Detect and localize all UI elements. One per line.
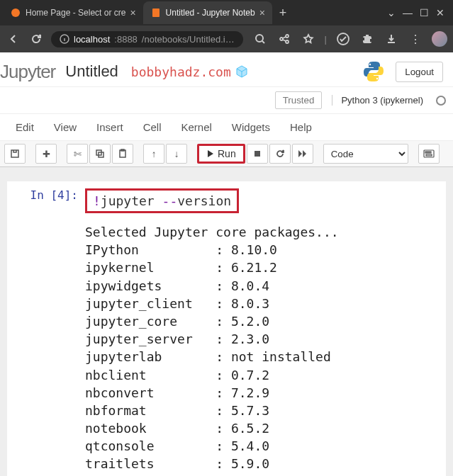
code-input[interactable]: !jupyter --version [85,188,239,213]
svg-rect-1 [152,8,160,17]
jupyter-header: Jupyter Untitled bobbyhadz.com Logout [0,52,453,87]
interrupt-button[interactable] [247,144,268,164]
browser-tab-home[interactable]: Home Page - Select or cre × [3,1,143,24]
url-field[interactable]: localhost:8888/notebooks/Untitled.i… [51,31,243,47]
url-path: /notebooks/Untitled.i… [142,34,235,45]
python-logo [362,60,386,84]
jupyter-logo[interactable]: Jupyter [0,61,55,83]
copy-button[interactable] [89,144,111,164]
cut-button[interactable]: ✄ [67,144,88,164]
restart-run-all-button[interactable] [292,144,313,164]
svg-point-3 [256,35,263,42]
trusted-button[interactable]: Trusted [275,91,323,109]
menu-bar: Edit View Insert Cell Kernel Widgets Hel… [0,114,453,141]
save-button[interactable] [4,144,26,164]
menu-edit[interactable]: Edit [16,121,34,133]
notebook-favicon [150,7,162,18]
jupyter-favicon [10,7,21,18]
svg-rect-15 [255,151,260,157]
svg-rect-17 [425,152,427,153]
close-icon[interactable]: × [259,7,265,18]
share-icon[interactable] [276,31,292,47]
url-host: localhost [74,34,110,45]
svg-point-4 [280,38,283,40]
add-cell-button[interactable]: ✚ [35,144,57,164]
cube-icon [235,65,248,78]
new-tab-button[interactable]: + [272,6,294,21]
svg-rect-19 [430,152,431,153]
menu-icon[interactable]: ⋮ [408,31,423,47]
window-controls: ⌄ — ☐ ✕ [387,7,450,18]
notebook-title[interactable]: Untitled [65,62,118,81]
downloads-icon[interactable] [384,31,399,47]
play-icon [206,149,215,158]
close-window-icon[interactable]: ✕ [436,7,444,18]
svg-rect-10 [11,150,18,157]
bookmark-icon[interactable] [301,31,316,47]
address-bar: localhost:8888/notebooks/Untitled.i… | ⋮ [0,26,453,52]
menu-insert[interactable]: Insert [96,121,123,133]
menu-widgets[interactable]: Widgets [232,121,270,133]
input-prompt: In [4]: [7,188,85,213]
noscript-icon[interactable] [335,31,351,47]
svg-point-8 [369,64,371,65]
status-row: Trusted Python 3 (ipykernel) [0,87,453,114]
minimize-icon[interactable]: — [403,7,413,18]
site-info-icon[interactable] [60,34,69,44]
svg-point-0 [11,8,20,17]
browser-tab-notebook[interactable]: Untitled - Jupyter Noteb × [143,1,272,24]
restart-button[interactable] [269,144,291,164]
svg-point-6 [286,40,289,43]
menu-cell[interactable]: Cell [143,121,162,133]
move-up-button[interactable]: ↑ [143,144,164,164]
notebook-area[interactable]: In [4]: !jupyter --version Selected Jupy… [0,167,453,476]
back-button[interactable] [6,31,21,47]
menu-kernel[interactable]: Kernel [181,121,211,133]
move-down-button[interactable]: ↓ [166,144,187,164]
chevron-down-icon[interactable]: ⌄ [387,7,396,18]
svg-rect-20 [426,154,432,156]
kernel-status-icon [436,96,446,106]
maximize-icon[interactable]: ☐ [420,7,429,18]
toolbar: ✚ ✄ ↑ ↓ Run Code [0,141,453,167]
zoom-icon[interactable] [252,31,268,47]
brand-text: bobbyhadz.com [131,64,231,79]
tab-title: Untitled - Jupyter Noteb [166,8,255,18]
logout-button[interactable]: Logout [396,62,443,82]
url-port: :8888 [114,34,138,45]
menu-view[interactable]: View [54,121,77,133]
browser-chrome: Home Page - Select or cre × Untitled - J… [0,0,453,52]
kernel-name[interactable]: Python 3 (ipykernel) [332,95,423,106]
close-icon[interactable]: × [130,7,135,18]
paste-button[interactable] [112,144,133,164]
tab-strip: Home Page - Select or cre × Untitled - J… [0,0,453,26]
extensions-icon[interactable] [359,31,375,47]
menu-help[interactable]: Help [290,121,312,133]
command-palette-button[interactable] [418,144,440,164]
cell-output: Selected Jupyter core packages... IPytho… [7,213,446,473]
code-cell[interactable]: In [4]: !jupyter --version Selected Jupy… [7,181,446,476]
svg-point-9 [376,78,378,79]
tab-title: Home Page - Select or cre [26,8,125,18]
run-label: Run [218,148,236,159]
svg-point-5 [286,35,289,38]
profile-avatar[interactable] [432,31,447,47]
run-button[interactable]: Run [197,144,245,164]
reload-button[interactable] [28,31,44,47]
cell-type-select[interactable]: Code [323,144,408,164]
svg-rect-18 [427,152,429,153]
